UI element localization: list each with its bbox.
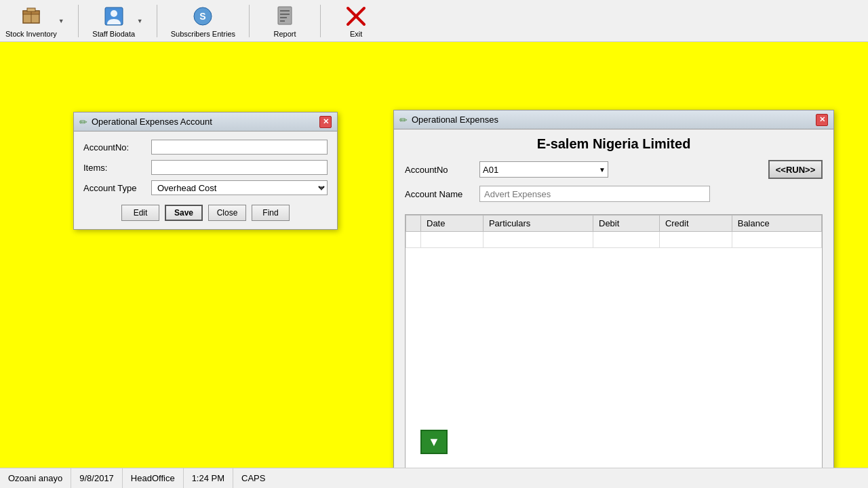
company-name: E-salem Nigeria Limited [405, 136, 823, 152]
account-no-row: AccountNo: [83, 140, 328, 155]
staff-biodata-icon [103, 5, 125, 27]
staff-biodata-arrow[interactable]: ▼ [137, 18, 143, 24]
small-dialog-operational-expenses-account: ✏ Operational Expenses Account ✕ Account… [73, 112, 338, 230]
small-dialog-pencil-icon: ✏ [79, 117, 87, 127]
svg-rect-8 [278, 7, 292, 24]
col-debit: Debit [593, 216, 660, 232]
toolbar-staff-biodata[interactable]: Staff Biodata [92, 4, 136, 38]
table-header-row: Date Particulars Debit Credit Balance [406, 216, 822, 232]
large-dialog-titlebar: ✏ Operational Expenses ✕ [394, 110, 833, 129]
toolbar-subscribers-entries[interactable]: S Subscribers Entries [171, 4, 235, 38]
data-table-container: Date Particulars Debit Credit Balance [405, 214, 823, 482]
statusbar-caps: CAPS [233, 468, 273, 488]
account-type-label: Account Type [83, 183, 151, 193]
large-dialog-title: Operational Expenses [412, 115, 498, 125]
save-button[interactable]: Save [165, 205, 203, 221]
statusbar-location: HeadOffice [123, 468, 184, 488]
sep2 [157, 5, 157, 37]
sep4 [320, 5, 321, 37]
exit-label: Exit [350, 30, 362, 38]
large-dialog-content: E-salem Nigeria Limited AccountNo A01 A0… [394, 129, 833, 488]
subscribers-entries-icon: S [192, 5, 214, 27]
statusbar: Ozoani anayo 9/8/2017 HeadOffice 1:24 PM… [0, 468, 868, 488]
statusbar-user: Ozoani anayo [0, 468, 71, 488]
account-type-select-wrapper: Overhead Cost Direct Cost Other ▼ [151, 180, 328, 195]
main-toolbar: Stock Inventory ▼ Staff Biodata ▼ S [0, 0, 868, 42]
account-type-row: Account Type Overhead Cost Direct Cost O… [83, 180, 328, 195]
col-balance: Balance [732, 216, 821, 232]
toolbar-exit[interactable]: Exit [334, 4, 378, 38]
sep1 [78, 5, 79, 37]
toolbar-stock-inventory[interactable]: Stock Inventory [5, 4, 57, 38]
toolbar-report[interactable]: Report [263, 4, 307, 38]
svg-rect-11 [280, 17, 287, 18]
large-account-name-label: Account Name [405, 189, 479, 199]
data-table: Date Particulars Debit Credit Balance [406, 215, 822, 248]
items-row: Items: [83, 160, 328, 175]
col-checkbox [406, 216, 421, 232]
stock-inventory-arrow[interactable]: ▼ [58, 18, 64, 24]
edit-button[interactable]: Edit [121, 205, 159, 221]
col-particulars: Particulars [483, 216, 593, 232]
svg-text:S: S [200, 11, 206, 22]
large-dialog-close-button[interactable]: ✕ [816, 114, 828, 126]
small-dialog-titlebar: ✏ Operational Expenses Account ✕ [74, 113, 337, 131]
find-button[interactable]: Find [252, 205, 290, 221]
subscribers-entries-label: Subscribers Entries [171, 30, 235, 38]
svg-rect-10 [280, 14, 290, 15]
large-account-name-input[interactable] [479, 186, 710, 202]
report-label: Report [274, 30, 296, 38]
report-icon [274, 5, 296, 27]
statusbar-date: 9/8/2017 [71, 468, 123, 488]
small-dialog-buttons: Edit Save Close Find [83, 205, 328, 221]
stock-inventory-icon [20, 5, 42, 27]
account-no-input[interactable] [151, 140, 328, 155]
large-account-no-label: AccountNo [405, 165, 479, 175]
bottom-arrow-button[interactable] [420, 430, 448, 454]
stock-inventory-label: Stock Inventory [5, 30, 57, 38]
table-row [406, 232, 822, 248]
large-account-no-select-wrap: A01 A02 A03 ▼ [479, 161, 608, 178]
large-dialog-operational-expenses: ✏ Operational Expenses ✕ E-salem Nigeria… [393, 110, 834, 488]
sep3 [249, 5, 250, 37]
large-dialog-pencil-icon: ✏ [399, 115, 408, 125]
small-dialog-close-button[interactable]: ✕ [319, 116, 332, 128]
statusbar-time: 1:24 PM [184, 468, 233, 488]
svg-rect-3 [27, 8, 35, 12]
exit-icon [345, 5, 367, 27]
staff-biodata-label: Staff Biodata [92, 30, 135, 38]
svg-point-5 [111, 10, 117, 17]
small-dialog-title: Operational Expenses Account [92, 117, 212, 127]
account-no-label: AccountNo: [83, 142, 151, 152]
svg-rect-9 [280, 10, 290, 12]
svg-rect-12 [280, 20, 285, 22]
run-button[interactable]: <<RUN>> [768, 160, 823, 179]
account-type-select[interactable]: Overhead Cost Direct Cost Other [151, 180, 328, 195]
small-dialog-content: AccountNo: Items: Account Type Overhead … [74, 131, 337, 229]
items-input[interactable] [151, 160, 328, 175]
close-button[interactable]: Close [208, 205, 246, 221]
large-account-no-select[interactable]: A01 A02 A03 [479, 161, 608, 178]
account-name-row: Account Name [405, 186, 823, 202]
col-date: Date [421, 216, 484, 232]
desktop: ✏ Operational Expenses Account ✕ Account… [0, 42, 868, 474]
col-credit: Credit [659, 216, 732, 232]
items-label: Items: [83, 163, 151, 173]
